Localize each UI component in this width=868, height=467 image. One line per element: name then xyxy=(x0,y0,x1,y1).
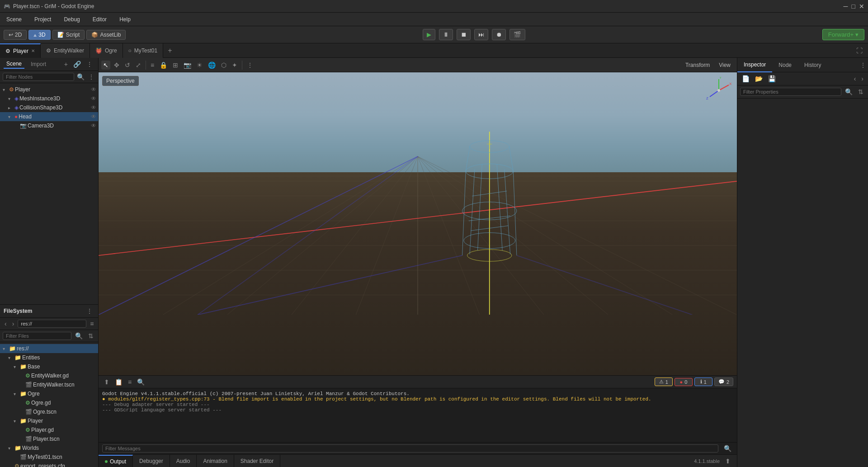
view-btn[interactable]: View xyxy=(715,61,734,69)
fs-item-player-tscn[interactable]: 🎬 Player.tscn xyxy=(0,434,98,443)
fs-more-button[interactable]: ⋮ xyxy=(85,307,94,316)
tab-entitywalker[interactable]: ⚙ EntityWalker xyxy=(41,43,90,58)
bottom-tab-shader[interactable]: Shader Editor xyxy=(234,455,280,467)
voxel-tool[interactable]: ✦ xyxy=(230,61,239,70)
step-button[interactable]: ⏭ xyxy=(474,29,488,40)
fs-item-export-presets[interactable]: ⚙ export_presets.cfg xyxy=(0,462,98,467)
forward-renderer-button[interactable]: Forward+ ▾ xyxy=(822,29,864,40)
fs-item-entitywalker-gd[interactable]: ⚙ EntityWalker.gd xyxy=(0,371,98,380)
stop-button[interactable]: ⏹ xyxy=(457,29,471,40)
inspector-filter-options-btn[interactable]: ⇅ xyxy=(856,87,865,96)
fs-item-ogre-gd[interactable]: ⚙ Ogre.gd xyxy=(0,398,98,407)
mode-assetlib-button[interactable]: 📦 AssetLib xyxy=(86,30,126,40)
console-clear-button[interactable]: 📋 xyxy=(113,377,124,387)
fs-item-player-folder[interactable]: ▾ 📁 Player xyxy=(0,416,98,425)
fs-item-worlds[interactable]: ▾ 📁 Worlds xyxy=(0,443,98,453)
mode-3d-button[interactable]: ⟁ 3D xyxy=(28,30,50,40)
fs-item-entities[interactable]: ▾ 📁 Entities xyxy=(0,353,98,362)
scale-tool[interactable]: ⤢ xyxy=(134,61,143,70)
tab-player-close[interactable]: ✕ xyxy=(31,48,35,53)
message-badge[interactable]: 💬 2 xyxy=(714,377,733,386)
minimize-btn[interactable]: ─ xyxy=(844,3,848,10)
grid-tool[interactable]: ⊞ xyxy=(171,61,180,70)
select-tool[interactable]: ↖ xyxy=(101,61,110,70)
close-btn[interactable]: ✕ xyxy=(859,3,864,10)
scene-options[interactable]: ⋮ xyxy=(87,72,95,81)
menu-help[interactable]: Help xyxy=(117,15,133,24)
mesh-visibility-icon[interactable]: 👁 xyxy=(91,95,96,102)
tab-ogre[interactable]: 👹 Ogre xyxy=(90,43,123,58)
scene-more-button[interactable]: ⋮ xyxy=(85,60,94,69)
console-filter-search-btn[interactable]: 🔍 xyxy=(722,444,733,453)
fs-item-player-gd[interactable]: ⚙ Player.gd xyxy=(0,425,98,434)
head-visibility-icon[interactable]: 👁 xyxy=(91,113,96,120)
status-expand-btn[interactable]: ⬆ xyxy=(723,457,732,466)
inspector-more-btn[interactable]: ⋮ xyxy=(858,61,868,70)
maximize-viewport-button[interactable]: ⛶ xyxy=(854,46,864,55)
collision-visibility-icon[interactable]: 👁 xyxy=(91,104,96,111)
maximize-btn[interactable]: □ xyxy=(852,3,855,10)
fs-item-base[interactable]: ▾ 📁 Base xyxy=(0,362,98,371)
inspector-open-btn[interactable]: 📂 xyxy=(753,74,764,83)
inspector-filter-input[interactable] xyxy=(740,88,841,96)
snap-tool[interactable]: 🔒 xyxy=(158,61,169,70)
sun-tool[interactable]: ☀ xyxy=(195,61,204,70)
bottom-tab-animation[interactable]: Animation xyxy=(197,455,234,467)
play-button[interactable]: ▶ xyxy=(423,29,435,40)
history-tab[interactable]: History xyxy=(798,58,827,72)
fs-item-ogre-tscn[interactable]: 🎬 Ogre.tscn xyxy=(0,407,98,416)
tree-item-head[interactable]: ▾ ● Head 👁 xyxy=(0,112,98,121)
warning-badge[interactable]: ⚠ 1 xyxy=(655,377,673,386)
inspector-nav-back-btn[interactable]: ‹ xyxy=(852,74,858,83)
fs-item-ogre-folder[interactable]: ▾ 📁 Ogre xyxy=(0,389,98,398)
inspector-filter-search-btn[interactable]: 🔍 xyxy=(843,87,854,96)
rotate-tool[interactable]: ↺ xyxy=(123,61,132,70)
move-tool[interactable]: ✥ xyxy=(112,61,121,70)
tab-player[interactable]: ⚙ Player ✕ xyxy=(0,43,41,58)
console-filter-button[interactable]: ≡ xyxy=(126,377,133,387)
fs-sort-button[interactable]: ⇅ xyxy=(86,331,95,340)
menu-scene[interactable]: Scene xyxy=(4,15,24,24)
inspector-save-btn[interactable]: 💾 xyxy=(766,74,778,83)
fs-filter-input[interactable] xyxy=(3,332,71,340)
inspector-nav-forward-btn[interactable]: › xyxy=(859,74,865,83)
panel-tab-import[interactable]: Import xyxy=(28,60,49,68)
bottom-tab-audio[interactable]: Audio xyxy=(170,455,197,467)
tree-item-mesh[interactable]: ▾ ◈ MeshInstance3D 👁 xyxy=(0,94,98,103)
error-badge[interactable]: ● 0 xyxy=(675,378,693,386)
pause-button[interactable]: ⏸ xyxy=(439,29,453,40)
console-copy-button[interactable]: ⬆ xyxy=(102,377,111,387)
tree-item-player[interactable]: ▾ ⚙ Player 👁 xyxy=(0,85,98,94)
instance-scene-button[interactable]: 🔗 xyxy=(71,60,83,69)
more-tools[interactable]: ⋮ xyxy=(245,61,255,70)
bottom-tab-output[interactable]: Output xyxy=(99,455,133,467)
tree-item-collision[interactable]: ▸ ◈ CollisionShape3D 👁 xyxy=(0,103,98,112)
mode-2d-button[interactable]: ↩ 2D xyxy=(4,30,27,40)
movie-button[interactable]: 🎬 xyxy=(509,29,525,40)
scene-filter-search[interactable]: 🔍 xyxy=(76,72,85,81)
console-search-button[interactable]: 🔍 xyxy=(135,377,146,387)
tab-add-button[interactable]: + xyxy=(163,43,176,58)
player-visibility-icon[interactable]: 👁 xyxy=(91,86,96,93)
camera-tool[interactable]: 📷 xyxy=(182,61,193,70)
tab-mytest01[interactable]: ○ MyTest01 xyxy=(123,43,164,58)
console-filter-input[interactable] xyxy=(102,444,718,453)
3d-viewport[interactable]: Perspective Y X Z xyxy=(99,72,737,375)
panel-tab-scene[interactable]: Scene xyxy=(4,60,24,69)
fs-view-toggle[interactable]: ≡ xyxy=(88,319,95,328)
menu-debug[interactable]: Debug xyxy=(61,15,82,24)
fs-item-entitywalker-tscn[interactable]: 🎬 EntityWalker.tscn xyxy=(0,380,98,389)
fs-item-res[interactable]: ▾ 📁 res:// xyxy=(0,344,98,353)
inspector-new-file-btn[interactable]: 📄 xyxy=(740,74,751,83)
local-space-tool[interactable]: ≡ xyxy=(149,61,156,70)
camera-visibility-icon[interactable]: 👁 xyxy=(91,123,96,129)
info-badge[interactable]: ℹ 1 xyxy=(694,377,712,386)
fs-filter-search[interactable]: 🔍 xyxy=(73,331,85,340)
mode-script-button[interactable]: 📝 Script xyxy=(52,30,85,40)
node-tab[interactable]: Node xyxy=(772,58,798,72)
inspector-tab[interactable]: Inspector xyxy=(737,58,772,72)
fs-forward-button[interactable]: › xyxy=(10,319,16,328)
fs-path-input[interactable] xyxy=(18,320,86,328)
tree-item-camera[interactable]: 📷 Camera3D 👁 xyxy=(0,121,98,130)
scene-filter-input[interactable] xyxy=(3,73,74,81)
